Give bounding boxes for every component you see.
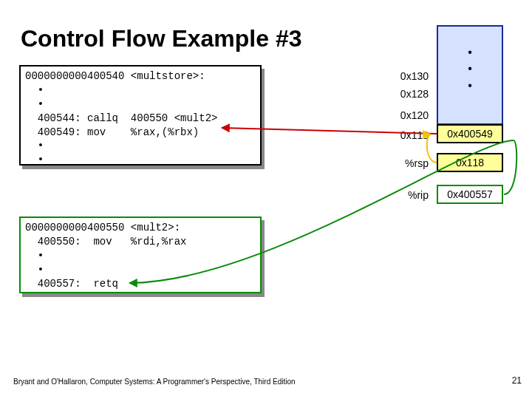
rsp-label: %rsp <box>384 157 429 169</box>
rip-value: 0x400557 <box>437 185 503 204</box>
code-mult2: 0000000000400550 <mult2>: 400550: mov %r… <box>19 216 262 293</box>
code-multstore: 0000000000400540 <multstore>: • • 400544… <box>19 65 262 166</box>
page-number: 21 <box>512 375 522 386</box>
rip-label: %rip <box>384 189 429 201</box>
addr-130: 0x130 <box>384 70 429 82</box>
addr-118: 0x118 <box>384 129 429 141</box>
stack-val-400549: 0x400549 <box>437 124 503 143</box>
slide-title: Control Flow Example #3 <box>21 25 302 52</box>
addr-128: 0x128 <box>384 88 429 100</box>
rsp-value: 0x118 <box>437 153 503 172</box>
stack-dots: • • • <box>438 44 502 94</box>
footer-text: Bryant and O'Hallaron, Computer Systems:… <box>13 378 296 386</box>
addr-120: 0x120 <box>384 109 429 121</box>
